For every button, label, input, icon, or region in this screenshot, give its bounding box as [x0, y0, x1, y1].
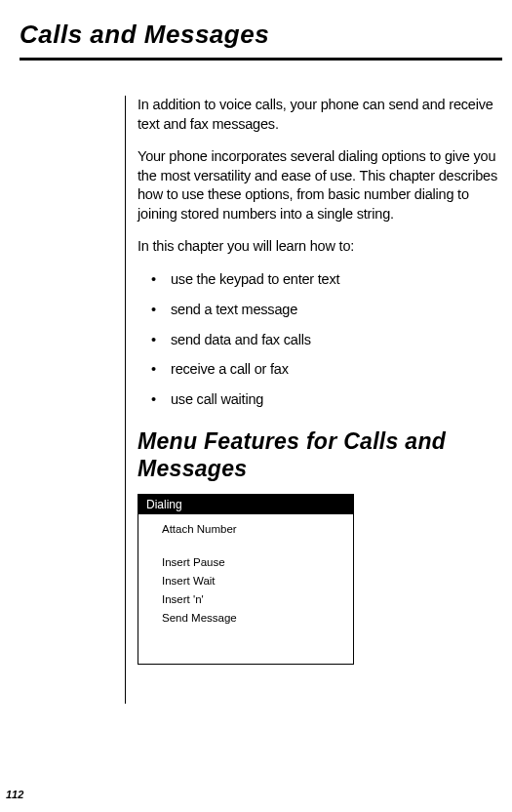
intro-paragraph-2: Your phone incorporates several dialing …	[138, 147, 502, 223]
content-area: In addition to voice calls, your phone c…	[125, 96, 502, 704]
menu-box: Dialing Attach Number Insert Pause Inser…	[138, 494, 354, 664]
title-divider	[20, 58, 502, 61]
list-item: send a text message	[138, 301, 502, 319]
menu-item: Insert Wait	[138, 572, 353, 590]
page-number: 112	[6, 789, 23, 800]
menu-item: Insert 'n'	[138, 590, 353, 609]
intro-paragraph-1: In addition to voice calls, your phone c…	[138, 96, 502, 134]
intro-paragraph-3: In this chapter you will learn how to:	[138, 237, 502, 257]
list-item: use the keypad to enter text	[138, 270, 502, 289]
menu-header: Dialing	[138, 495, 353, 514]
list-item: receive a call or fax	[138, 360, 502, 379]
bullet-list: use the keypad to enter text send a text…	[138, 270, 502, 409]
list-item: send data and fax calls	[138, 331, 502, 349]
menu-item: Insert Pause	[138, 553, 353, 572]
menu-item: Send Message	[138, 609, 353, 628]
menu-items: Attach Number Insert Pause Insert Wait I…	[138, 514, 353, 628]
section-heading: Menu Features for Calls and Messages	[138, 428, 502, 482]
list-item: use call waiting	[138, 390, 502, 409]
menu-item: Attach Number	[138, 520, 353, 539]
page-title: Calls and Messages	[20, 20, 502, 50]
